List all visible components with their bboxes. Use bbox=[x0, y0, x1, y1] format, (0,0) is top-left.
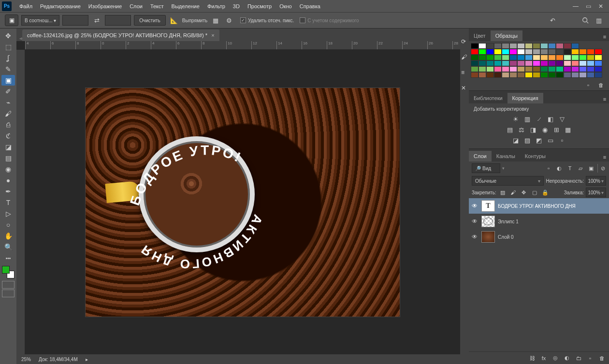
swatch[interactable] bbox=[540, 49, 548, 55]
crop-tool-icon[interactable]: ▣ bbox=[5, 15, 18, 26]
filter-pixel-icon[interactable]: ▫ bbox=[544, 164, 553, 173]
fill-field[interactable]: 100%▾ bbox=[586, 188, 606, 197]
swatch[interactable] bbox=[594, 60, 602, 66]
search-icon[interactable] bbox=[580, 15, 591, 26]
lock-artboard-icon[interactable]: ▢ bbox=[530, 188, 539, 197]
tab-paths[interactable]: Контуры bbox=[520, 151, 551, 161]
filter-adjustment-icon[interactable]: ◐ bbox=[555, 164, 564, 173]
swatch[interactable] bbox=[533, 66, 540, 72]
history-brush-tool[interactable]: ℭ bbox=[1, 131, 15, 141]
history-panel-icon[interactable]: ⟳ bbox=[461, 38, 468, 45]
panel-menu-icon[interactable]: ≡ bbox=[600, 32, 609, 41]
posterize-icon[interactable]: ▨ bbox=[523, 136, 532, 145]
brightness-contrast-icon[interactable]: ☀ bbox=[511, 115, 520, 123]
layer-mask-icon[interactable]: ◎ bbox=[551, 354, 560, 363]
filter-smart-icon[interactable]: ▣ bbox=[587, 164, 595, 173]
swatch[interactable] bbox=[486, 66, 494, 72]
path-select-tool[interactable]: ▷ bbox=[1, 208, 15, 219]
healing-brush-tool[interactable]: ⌁ bbox=[1, 97, 15, 108]
menu-item[interactable]: Окно bbox=[276, 1, 296, 11]
blur-tool[interactable]: ◉ bbox=[1, 164, 15, 175]
swatch[interactable] bbox=[525, 60, 533, 66]
foreground-color-swatch[interactable] bbox=[2, 266, 10, 274]
type-tool[interactable]: T bbox=[1, 197, 15, 208]
menu-item[interactable]: Текст bbox=[146, 1, 168, 11]
foreground-background-colors[interactable] bbox=[2, 266, 14, 278]
crop-tool[interactable]: ▣ bbox=[1, 75, 15, 86]
pen-tool[interactable]: ✒ bbox=[1, 186, 15, 197]
straighten-icon[interactable]: 📐 bbox=[169, 15, 179, 26]
filter-toggle-icon[interactable]: ⊘ bbox=[597, 164, 606, 173]
swatch[interactable] bbox=[517, 60, 525, 66]
lock-transparency-icon[interactable]: ▨ bbox=[498, 188, 507, 197]
swatch[interactable] bbox=[564, 72, 571, 78]
swatch[interactable] bbox=[556, 72, 564, 78]
swatch[interactable] bbox=[564, 60, 571, 66]
hue-sat-icon[interactable]: ▤ bbox=[506, 125, 514, 134]
layer-row[interactable]: 👁TБОДРОЕ УТРО! АКТИВНОГО ДНЯ bbox=[469, 198, 609, 214]
close-document-icon[interactable]: × bbox=[211, 32, 214, 38]
vibrance-icon[interactable]: ▽ bbox=[558, 115, 566, 123]
swatch[interactable] bbox=[556, 55, 564, 60]
color-lookup-icon[interactable]: ▦ bbox=[564, 125, 572, 134]
swatch[interactable] bbox=[494, 60, 502, 66]
swatch[interactable] bbox=[587, 60, 594, 66]
swatch[interactable] bbox=[525, 66, 533, 72]
marquee-tool[interactable]: ⬚ bbox=[1, 42, 15, 52]
swatch[interactable] bbox=[579, 72, 587, 78]
lasso-tool[interactable]: ʆ bbox=[1, 53, 15, 63]
crop-width-field[interactable] bbox=[62, 15, 88, 26]
swatch[interactable] bbox=[571, 43, 579, 49]
swatch[interactable] bbox=[509, 72, 517, 78]
swatch[interactable] bbox=[579, 55, 587, 60]
menu-item[interactable]: Просмотр bbox=[244, 1, 276, 11]
swatch[interactable] bbox=[486, 72, 494, 78]
zoom-tool[interactable]: 🔍 bbox=[1, 242, 15, 252]
swatch[interactable] bbox=[548, 49, 556, 55]
swatch[interactable] bbox=[548, 60, 556, 66]
tab-libraries[interactable]: Библиотеки bbox=[469, 93, 508, 103]
quick-select-tool[interactable]: ✎ bbox=[1, 64, 15, 74]
swatch[interactable] bbox=[525, 43, 533, 49]
gradient-tool[interactable]: ▤ bbox=[1, 153, 15, 163]
swatch[interactable] bbox=[471, 55, 478, 60]
swatch[interactable] bbox=[494, 66, 502, 72]
canvas-viewport[interactable]: БОДРОЕ УТРО! АКТИВНОГО ДНЯ bbox=[25, 50, 460, 354]
bw-icon[interactable]: ◨ bbox=[529, 125, 537, 134]
exposure-icon[interactable]: ◧ bbox=[546, 115, 555, 123]
threshold-icon[interactable]: ◩ bbox=[535, 136, 543, 145]
swatch[interactable] bbox=[540, 66, 548, 72]
maximize-button[interactable]: ▭ bbox=[583, 2, 594, 11]
swatch[interactable] bbox=[556, 60, 564, 66]
brush-panel-icon[interactable]: 🖌 bbox=[461, 54, 468, 60]
swatch[interactable] bbox=[579, 66, 587, 72]
swatch[interactable] bbox=[579, 60, 587, 66]
swatch[interactable] bbox=[556, 49, 564, 55]
swatch[interactable] bbox=[548, 66, 556, 72]
tab-corrections[interactable]: Коррекция bbox=[508, 93, 543, 103]
swatch[interactable] bbox=[533, 60, 540, 66]
swatch[interactable] bbox=[564, 49, 571, 55]
swatch[interactable] bbox=[548, 72, 556, 78]
workspace-switcher-icon[interactable]: ▥ bbox=[594, 15, 604, 26]
swatch[interactable] bbox=[486, 55, 494, 60]
selective-color-icon[interactable]: ▫ bbox=[558, 136, 566, 145]
document-tab[interactable]: coffee-1324126.jpg @ 25% (БОДРОЕ УТРО! А… bbox=[22, 29, 219, 41]
delete-cropped-checkbox[interactable]: ✓Удалить отсеч. пикс. bbox=[240, 17, 294, 23]
swatch[interactable] bbox=[502, 55, 509, 60]
menu-item[interactable]: Фильтр bbox=[203, 1, 229, 11]
layer-row[interactable]: 👁Слой 0 bbox=[469, 229, 609, 245]
swatch[interactable] bbox=[540, 55, 548, 60]
menu-item[interactable]: 3D bbox=[229, 1, 244, 11]
color-balance-icon[interactable]: ⚖ bbox=[517, 125, 526, 134]
properties-panel-icon[interactable]: ✕ bbox=[461, 85, 468, 91]
swatch[interactable] bbox=[525, 49, 533, 55]
dodge-tool[interactable]: ● bbox=[1, 175, 15, 186]
swatch[interactable] bbox=[594, 72, 602, 78]
swatch[interactable] bbox=[478, 72, 486, 78]
edit-toolbar[interactable]: ••• bbox=[1, 253, 15, 263]
swatch[interactable] bbox=[471, 72, 478, 78]
status-expand-icon[interactable]: ▸ bbox=[86, 357, 88, 362]
swap-dimensions-icon[interactable]: ⇄ bbox=[91, 15, 102, 26]
lock-pixels-icon[interactable]: 🖌 bbox=[509, 188, 518, 197]
